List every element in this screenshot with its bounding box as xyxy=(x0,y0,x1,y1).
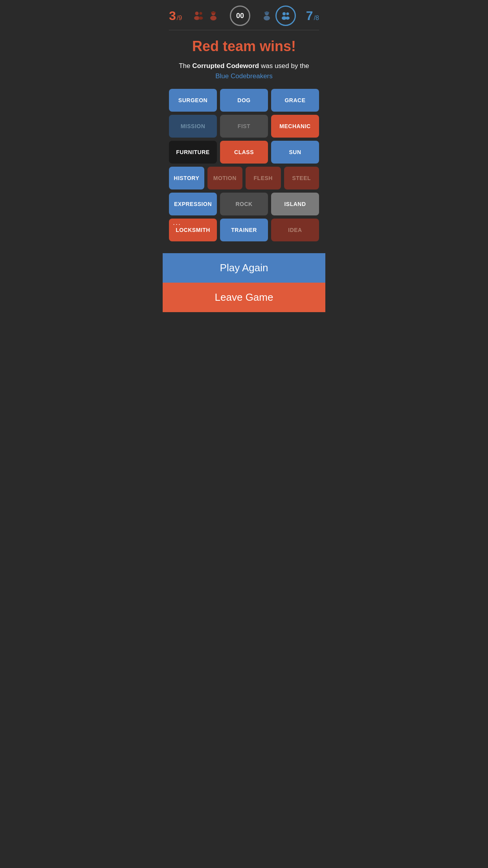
word-tile-dog: DOG xyxy=(220,89,268,112)
word-row-5: EXPRESSION ROCK ISLAND xyxy=(169,193,319,215)
svg-point-9 xyxy=(264,16,270,20)
word-tile-island: ISLAND xyxy=(271,193,319,215)
word-tile-history: HISTORY xyxy=(169,167,204,189)
word-row-2: MISSION FIST MECHANIC xyxy=(169,115,319,138)
svg-point-13 xyxy=(286,17,290,20)
red-score: 3 /9 xyxy=(169,9,182,23)
blue-score-number: 7 xyxy=(306,9,313,23)
word-grid: SURGEON DOG GRACE MISSION FIST MECHANIC … xyxy=(169,89,319,241)
word-tile-idea: IDEA xyxy=(271,219,319,241)
word-row-4: HISTORY MOTION FLESH STEEL xyxy=(169,167,319,189)
word-tile-sun: SUN xyxy=(271,141,319,164)
svg-point-6 xyxy=(210,16,216,20)
red-group-icon xyxy=(192,9,205,22)
timer-display: 00 xyxy=(230,6,250,26)
word-tile-surgeon: SURGEON xyxy=(169,89,217,112)
word-tile-mission: MISSION xyxy=(169,115,217,138)
blue-score: 7 /8 xyxy=(306,9,319,23)
blue-spy-icon xyxy=(261,9,273,22)
word-tile-steel: STEEL xyxy=(284,167,319,189)
red-score-total: /9 xyxy=(177,15,182,22)
blue-score-total: /8 xyxy=(314,15,319,22)
word-tile-flesh: FLESH xyxy=(246,167,281,189)
word-tile-expression: EXPRESSION xyxy=(169,193,217,215)
word-row-3: FURNITURE CLASS SUN xyxy=(169,141,319,164)
play-again-button[interactable]: Play Again xyxy=(163,253,325,283)
svg-point-12 xyxy=(286,13,289,15)
svg-point-3 xyxy=(199,17,203,20)
word-tile-motion: MOTION xyxy=(207,167,243,189)
word-row-6: ... LOCKSMITH TRAINER IDEA xyxy=(169,219,319,241)
word-tile-furniture: FURNITURE xyxy=(169,141,217,164)
header: 3 /9 00 xyxy=(163,0,325,30)
red-score-number: 3 xyxy=(169,9,176,23)
svg-point-10 xyxy=(283,12,286,15)
red-team-icons xyxy=(192,9,220,22)
word-tile-grace: GRACE xyxy=(271,89,319,112)
blue-group-icon xyxy=(279,9,292,22)
bottom-actions: Play Again Leave Game xyxy=(163,253,325,312)
red-spy-icon xyxy=(207,9,220,22)
word-tile-trainer: TRAINER xyxy=(220,219,268,241)
subtitle-part1: The xyxy=(179,62,192,70)
word-tile-fist: FIST xyxy=(220,115,268,138)
main-content: Red team wins! The Corrupted Codeword wa… xyxy=(163,30,325,249)
subtitle-bold: Corrupted Codeword xyxy=(192,62,259,70)
svg-point-2 xyxy=(200,12,202,15)
subtitle-part2: was used by the xyxy=(259,62,309,70)
leave-game-button[interactable]: Leave Game xyxy=(163,283,325,312)
blue-group-circle xyxy=(275,6,296,26)
word-row-1: SURGEON DOG GRACE xyxy=(169,89,319,112)
word-tile-class: CLASS xyxy=(220,141,268,164)
more-dots: ... xyxy=(173,219,181,227)
word-tile-mechanic: MECHANIC xyxy=(271,115,319,138)
blue-team-icons xyxy=(261,6,296,26)
svg-rect-5 xyxy=(211,12,216,13)
word-tile-rock: ROCK xyxy=(220,193,268,215)
svg-rect-8 xyxy=(264,12,269,13)
win-title: Red team wins! xyxy=(169,38,319,55)
subtitle-blue: Blue Codebreakers xyxy=(215,72,273,80)
win-subtitle: The Corrupted Codeword was used by the B… xyxy=(169,61,319,81)
svg-point-0 xyxy=(195,12,199,15)
